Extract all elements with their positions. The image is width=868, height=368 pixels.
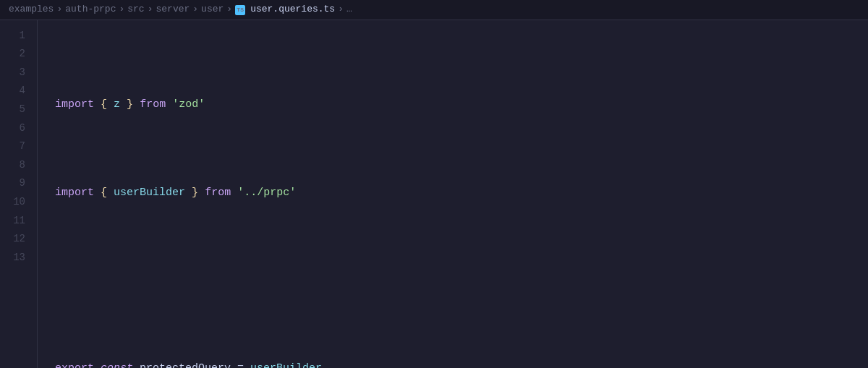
breadcrumb-separator: › [56, 2, 62, 17]
line-num-6: 6 [0, 119, 37, 137]
breadcrumb-filename: user.queries.ts [250, 2, 335, 17]
line-num-13: 13 [0, 248, 37, 267]
breadcrumb-ellipsis: … [346, 2, 352, 17]
breadcrumb-part: user [201, 2, 224, 17]
line-num-5: 5 [0, 100, 37, 119]
breadcrumb-part: server [156, 2, 190, 17]
code-line-4: export const protectedQuery = userBuilde… [55, 359, 868, 368]
line-num-12: 12 [0, 230, 37, 249]
breadcrumb-separator: › [192, 2, 198, 17]
line-num-9: 9 [0, 174, 37, 193]
line-numbers: 1 2 3 4 5 6 7 8 9 10 11 12 13 [0, 20, 38, 368]
line-num-7: 7 [0, 137, 37, 156]
line-num-1: 1 [0, 26, 37, 45]
breadcrumb-bar: examples › auth-prpc › src › server › us… [0, 0, 868, 20]
line-num-8: 8 [0, 155, 37, 174]
code-line-2: import { userBuilder } from '../prpc' [55, 184, 868, 202]
breadcrumb-separator: › [119, 2, 124, 17]
breadcrumb-separator: › [226, 2, 232, 17]
code-line-3 [55, 271, 868, 290]
line-num-10: 10 [0, 192, 37, 211]
breadcrumb-part: src [127, 2, 144, 17]
line-num-4: 4 [0, 82, 37, 100]
code-editor: 1 2 3 4 5 6 7 8 9 10 11 12 13 import { z… [0, 20, 868, 368]
line-num-11: 11 [0, 211, 37, 230]
breadcrumb-separator: › [148, 2, 153, 17]
breadcrumb-separator: › [338, 2, 344, 17]
code-content: import { z } from 'zod' import { userBui… [38, 20, 868, 368]
line-num-3: 3 [0, 63, 37, 82]
line-num-2: 2 [0, 45, 37, 64]
file-icon: TS [235, 5, 245, 15]
breadcrumb-part: examples [9, 2, 54, 17]
breadcrumb-part: auth-prpc [65, 2, 116, 17]
code-line-1: import { z } from 'zod' [55, 95, 868, 114]
